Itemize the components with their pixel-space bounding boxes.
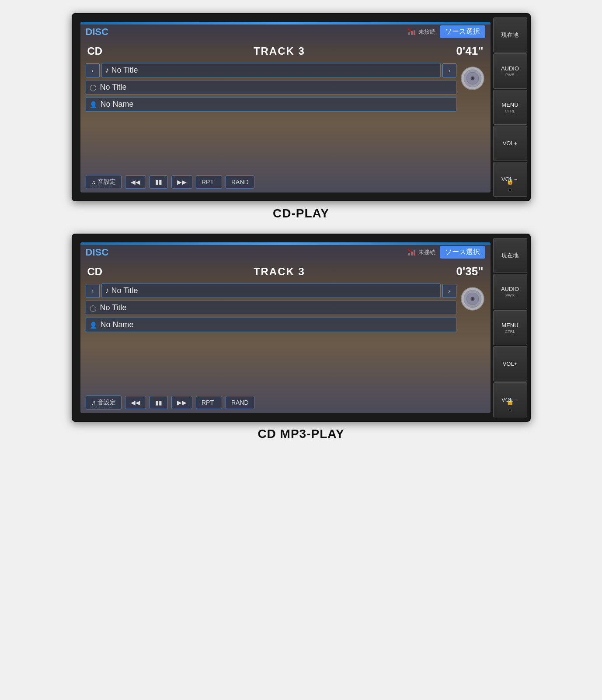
menu-ctrl-btn-1[interactable]: MENU CTRL (493, 90, 527, 125)
svg-rect-10 (408, 253, 410, 256)
source-btn-1[interactable]: ソース選択 (440, 25, 485, 38)
rand-btn-2[interactable]: RAND (226, 396, 254, 409)
unit-1-wrapper: DISC 未接続 ソース選択 (72, 13, 531, 220)
forward-btn-1[interactable]: ▶▶ (171, 175, 192, 189)
top-bar-2: DISC 未接続 ソース選択 (80, 242, 491, 260)
svg-rect-12 (414, 250, 415, 256)
vol-plus-btn-1[interactable]: VOL+ (493, 126, 527, 161)
time-2: 0'35" (456, 265, 484, 278)
next-btn-1[interactable]: › (442, 63, 456, 77)
vol-plus-btn-2[interactable]: VOL+ (493, 346, 527, 381)
disc-label-2: DISC (86, 247, 109, 258)
artist-row-2: 👤 No Name (86, 318, 456, 332)
album-row-1: ◯ No Title (86, 80, 456, 94)
cd-label-2: CD (87, 266, 103, 278)
audio-pwr-btn-2[interactable]: AUDIO PWR (493, 274, 527, 309)
rewind-btn-1[interactable]: ◀◀ (125, 175, 146, 189)
svg-point-17 (472, 298, 473, 300)
rpt-btn-1[interactable]: RPT (196, 175, 222, 189)
top-bar-1: DISC 未接続 ソース選択 (80, 22, 491, 40)
pause-btn-2[interactable]: ▮▮ (150, 396, 168, 409)
disc-svg-2 (460, 287, 485, 311)
no-signal-text-2: 未接続 (418, 248, 435, 256)
track-info-2: CD TRACK 3 0'35" (80, 260, 491, 282)
rand-btn-1[interactable]: RAND (226, 175, 254, 189)
album-row-2: ◯ No Title (86, 301, 456, 315)
svg-rect-11 (411, 252, 413, 256)
audio-pwr-btn-1[interactable]: AUDIO PWR (493, 53, 527, 88)
side-panel-1: 現在地 AUDIO PWR MENU CTRL VOL+ VOL－ 🔒 (491, 14, 530, 200)
controls-bar-1: ♬ 音設定 ◀◀ ▮▮ ▶▶ RPT RAND (80, 172, 491, 192)
gps-btn-2[interactable]: 現在地 (493, 238, 527, 273)
next-btn-2[interactable]: › (442, 284, 456, 298)
head-unit-1: DISC 未接続 ソース選択 (72, 13, 531, 201)
jack-hole-2 (508, 409, 512, 412)
track-info-1: CD TRACK 3 0'41" (80, 40, 491, 61)
screen-1: DISC 未接続 ソース選択 (80, 22, 491, 192)
metadata-main-2: ‹ ♪ No Title › ◯ No Title (86, 284, 456, 332)
audio-btn-2[interactable]: ♬ 音設定 (86, 396, 122, 410)
disc-icon-1 (460, 66, 485, 91)
forward-btn-2[interactable]: ▶▶ (171, 396, 192, 409)
svg-rect-3 (414, 30, 415, 35)
album-icon-2: ◯ (90, 304, 97, 312)
lock-icon-2: 🔒 (506, 398, 514, 405)
side-jack-2: 🔒 (506, 398, 514, 412)
no-signal-icon (407, 28, 417, 36)
menu-ctrl-btn-2[interactable]: MENU CTRL (493, 310, 527, 345)
time-1: 0'41" (456, 44, 484, 58)
prev-btn-1[interactable]: ‹ (86, 63, 100, 77)
controls-bar-2: ♬ 音設定 ◀◀ ▮▮ ▶▶ RPT RAND (80, 392, 491, 413)
artist-icon-2: 👤 (90, 322, 97, 329)
album-title-1: No Title (100, 83, 452, 92)
screen-area-2: DISC 未接続 ソース選択 (80, 242, 491, 413)
speaker-icon-2: ♬ (91, 399, 96, 406)
speaker-icon-1: ♬ (91, 178, 96, 186)
caption-2: CD MP3-PLAY (258, 427, 344, 441)
unit-2-wrapper: DISC 未接続 ソース選択 (72, 234, 531, 441)
track-title-1: ♪ No Title (105, 66, 437, 75)
caption-1: CD-PLAY (273, 206, 329, 220)
screen-2: DISC 未接続 ソース選択 (80, 242, 491, 413)
no-signal-2: 未接続 (407, 248, 435, 256)
svg-rect-1 (408, 32, 410, 35)
rpt-btn-2[interactable]: RPT (196, 396, 222, 409)
side-panel-2: 現在地 AUDIO PWR MENU CTRL VOL+ VOL－ 🔒 (491, 234, 530, 421)
album-icon-1: ◯ (90, 84, 97, 91)
metadata-area-2: ‹ ♪ No Title › ◯ No Title (80, 282, 491, 334)
track-num-2: TRACK 3 (254, 266, 305, 278)
no-signal-text-1: 未接続 (418, 28, 435, 36)
artist-row-1: 👤 No Name (86, 97, 456, 112)
track-num-1: TRACK 3 (254, 45, 305, 57)
svg-point-8 (472, 77, 473, 79)
side-jack-1: 🔒 (506, 178, 514, 192)
screen-area-1: DISC 未接続 ソース選択 (80, 22, 491, 192)
audio-btn-1[interactable]: ♬ 音設定 (86, 175, 122, 189)
disc-label-1: DISC (86, 26, 109, 38)
top-right-2: 未接続 ソース選択 (407, 246, 485, 259)
track-title-row-2: ‹ ♪ No Title › (86, 284, 456, 298)
prev-btn-2[interactable]: ‹ (86, 284, 100, 298)
metadata-area-1: ‹ ♪ No Title › ◯ No Title (80, 61, 491, 113)
disc-icon-2 (460, 286, 485, 312)
head-unit-2: DISC 未接続 ソース選択 (72, 234, 531, 422)
track-row-1: ♪ No Title (101, 63, 441, 77)
no-signal-1: 未接続 (407, 28, 435, 36)
rewind-btn-2[interactable]: ◀◀ (125, 396, 146, 409)
top-right-1: 未接続 ソース選択 (407, 25, 485, 38)
artist-name-1: No Name (101, 100, 452, 109)
svg-rect-2 (411, 31, 413, 35)
album-title-2: No Title (100, 303, 452, 312)
gps-btn-1[interactable]: 現在地 (493, 18, 527, 52)
source-btn-2[interactable]: ソース選択 (440, 246, 485, 259)
cd-label-1: CD (87, 45, 103, 57)
track-title-row-1: ‹ ♪ No Title › (86, 63, 456, 77)
disc-svg-1 (460, 66, 485, 91)
artist-name-2: No Name (101, 320, 452, 329)
track-title-2: ♪ No Title (105, 286, 437, 295)
pause-btn-1[interactable]: ▮▮ (150, 175, 168, 189)
no-signal-icon-2 (407, 248, 417, 256)
jack-hole-1 (508, 188, 512, 192)
track-row-2: ♪ No Title (101, 284, 441, 298)
artist-icon-1: 👤 (90, 101, 97, 108)
